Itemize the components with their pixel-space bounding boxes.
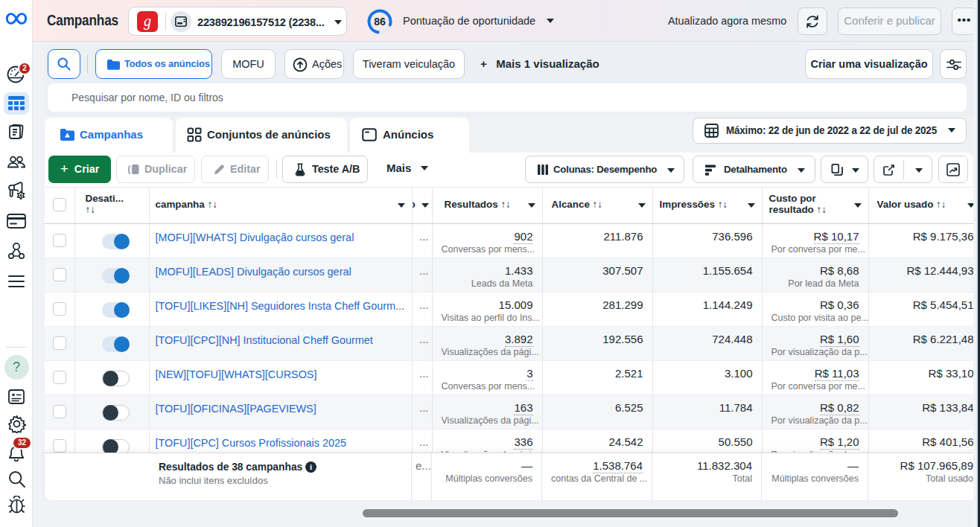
svg-text:86: 86 [374, 16, 386, 28]
